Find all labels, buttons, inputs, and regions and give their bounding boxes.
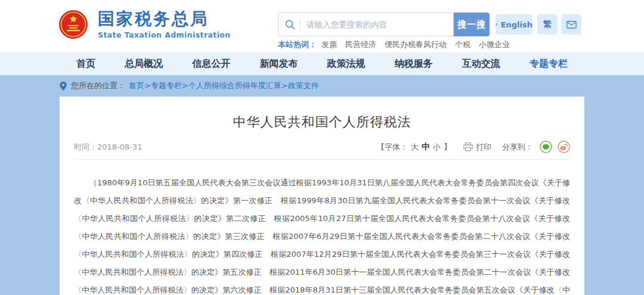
nav-item-interaction[interactable]: 互动交流 — [462, 58, 500, 70]
breadcrumb-label: 您所在的位置： — [71, 80, 125, 91]
print-label: 打印 — [476, 142, 491, 153]
nav-item-disclosure[interactable]: 信息公开 — [192, 58, 230, 70]
nav-item-tax-service[interactable]: 纳税服务 — [395, 58, 433, 70]
hotwords-label: 本站热词： — [278, 39, 317, 50]
nav-item-home[interactable]: 首页 — [76, 58, 95, 70]
search-button[interactable]: 搜一搜 — [454, 13, 490, 36]
traditional-chinese-button[interactable]: 繁 — [537, 14, 558, 35]
site-subtitle: State Taxation Administration — [98, 30, 231, 39]
weibo-share-icon[interactable] — [558, 141, 570, 153]
nav-item-news[interactable]: 新闻发布 — [259, 58, 298, 70]
article-date: 时间：2018-08-31 — [74, 142, 143, 153]
breadcrumb-path[interactable]: 首页>专题专栏>个人所得综合所得年度汇算>政策文件 — [129, 80, 319, 91]
search-input[interactable] — [301, 13, 453, 36]
article-title: 中华人民共和国个人所得税法 — [60, 97, 584, 131]
hotword-link[interactable]: 个税 — [455, 39, 470, 50]
national-emblem-icon — [58, 10, 88, 39]
article-meta-row: 时间：2018-08-31 【字体： 大 中 小 】 打印 — [74, 141, 570, 153]
nav-item-overview[interactable]: 总局概况 — [125, 58, 163, 70]
font-ctl-close: 】 — [444, 142, 451, 153]
print-button[interactable]: 打印 — [463, 142, 491, 153]
traditional-label: 繁 — [543, 19, 552, 30]
nav-item-special-topics[interactable]: 专题专栏 — [530, 58, 568, 70]
site-logo[interactable]: 国家税务总局 State Taxation Administration — [58, 10, 231, 39]
wechat-share-icon[interactable] — [540, 141, 552, 153]
font-small-button[interactable]: 小 — [433, 142, 441, 153]
hotword-link[interactable]: 便民办税春风行动 — [385, 39, 447, 50]
english-button[interactable]: English — [496, 14, 532, 35]
location-pin-icon — [60, 82, 67, 91]
page-body: 您所在的位置： 首页>专题专栏>个人所得综合所得年度汇算>政策文件 中华人民共和… — [0, 75, 644, 295]
font-medium-button[interactable]: 中 — [422, 142, 430, 153]
article-card: 中华人民共和国个人所得税法 时间：2018-08-31 【字体： 大 中 小 】 — [60, 97, 584, 295]
site-header: 国家税务总局 State Taxation Administration 搜一搜… — [0, 0, 644, 52]
mail-icon — [566, 21, 577, 29]
font-large-button[interactable]: 大 — [411, 142, 419, 153]
font-ctl-open: 【字体： — [377, 142, 408, 153]
search-box — [278, 13, 454, 36]
english-label: English — [501, 20, 532, 29]
nav-item-policy[interactable]: 政策法规 — [327, 58, 366, 70]
search-icon — [278, 18, 301, 30]
main-nav: 首页 总局概况 信息公开 新闻发布 政策法规 纳税服务 互动交流 专题专栏 — [0, 52, 644, 75]
date-value: 2018-08-31 — [97, 142, 143, 151]
date-label: 时间： — [74, 142, 97, 151]
globe-icon — [496, 20, 498, 29]
printer-icon — [463, 142, 473, 151]
share-label: 分享到： — [502, 142, 533, 153]
hotwords-bar: 本站热词： 发票 民营经济 便民办税春风行动 个税 小微企业 — [278, 39, 518, 50]
hotword-link[interactable]: 发票 — [321, 39, 337, 50]
hotword-link[interactable]: 小微企业 — [479, 39, 510, 50]
hotword-link[interactable]: 民营经济 — [345, 39, 376, 50]
article-body-text: （1980年9月10日第五届全国人民代表大会第三次会议通过根据1993年10月3… — [74, 160, 570, 295]
mail-button[interactable] — [561, 14, 581, 35]
font-size-control: 【字体： 大 中 小 】 — [377, 142, 451, 153]
site-title: 国家税务总局 — [98, 10, 231, 28]
breadcrumb: 您所在的位置： 首页>专题专栏>个人所得综合所得年度汇算>政策文件 — [0, 75, 644, 97]
